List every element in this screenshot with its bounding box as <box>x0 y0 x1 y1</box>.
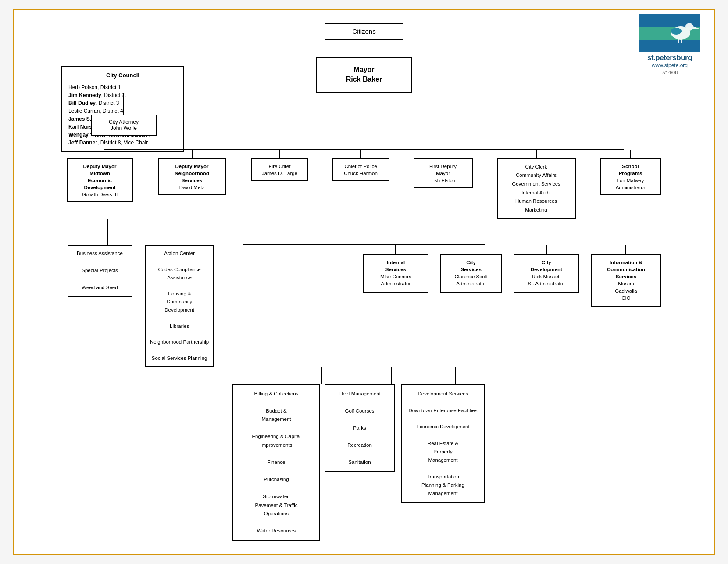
mayor-box: MayorRick Baker <box>316 57 412 93</box>
internal-services-box: InternalServicesMike ConnorsAdministrato… <box>363 254 428 292</box>
deputy-midtown-box: Deputy MayorMidtownEconomicDevelopmentGo… <box>67 158 133 202</box>
line-v-1 <box>364 40 364 57</box>
svg-point-6 <box>671 28 682 35</box>
col-info-comm: Information &CommunicationServicesMuslim… <box>590 245 662 307</box>
col-first-deputy: First DeputyMayorTish Elston <box>412 150 474 188</box>
line-v-cs <box>471 245 471 254</box>
police-chief-box: Chief of PoliceChuck Harmon <box>332 158 389 181</box>
col-is-detail: Billing & CollectionsBudget &ManagementE… <box>232 384 320 541</box>
top-connector-row <box>61 115 667 150</box>
line-dept-h <box>104 149 625 150</box>
col-admin-services: City ClerkCommunity AffairsGovernment Se… <box>496 150 577 219</box>
admin-services-box: City ClerkCommunity AffairsGovernment Se… <box>497 158 576 219</box>
line-v-fdm <box>443 150 443 158</box>
council-member-1: Herb Polson, District 1 <box>68 83 177 91</box>
line-v-admin <box>536 150 537 158</box>
line-mayor-down <box>364 93 364 115</box>
col-cs-detail: Fleet ManagementGolf CoursesParksRecreat… <box>325 384 397 472</box>
col-business-assist: Business AssistanceSpecial ProjectsWeed … <box>66 245 134 297</box>
col-school-programs: SchoolProgramsLori MatwayAdministrator <box>599 150 662 195</box>
row-citizens: Citizens <box>61 23 667 40</box>
line-v-dep2 <box>192 150 193 158</box>
line-dep2-sub <box>168 219 168 245</box>
col-deputy-neighborhood: Deputy MayorNeighborhoodServicesDavid Me… <box>156 150 228 195</box>
conn-citizens-mayor <box>61 40 667 57</box>
line-dep1-sub <box>107 219 108 245</box>
city-services-detail-box: Fleet ManagementGolf CoursesParksRecreat… <box>325 384 395 472</box>
col-police-chief: Chief of PoliceChuck Harmon <box>331 150 390 181</box>
line-council-v <box>123 93 124 115</box>
row-connectors-1 <box>61 93 667 115</box>
line-cs-down <box>391 367 392 384</box>
low-connector-row <box>61 367 667 384</box>
line-v-cd <box>546 245 547 254</box>
col-fire-chief: Fire ChiefJames D. Large <box>250 150 309 181</box>
row-sub-depts: Business AssistanceSpecial ProjectsWeed … <box>61 245 667 366</box>
row-detail-boxes: Billing & CollectionsBudget &ManagementE… <box>61 384 667 541</box>
deputy-neighborhood-box: Deputy MayorNeighborhoodServicesDavid Me… <box>158 158 226 195</box>
city-development-box: CityDevelopmentRick MussettSr. Administr… <box>514 254 579 292</box>
first-deputy-box: First DeputyMayorTish Elston <box>414 158 473 188</box>
line-sub-h <box>243 244 485 245</box>
business-assist-box: Business AssistanceSpecial ProjectsWeed … <box>68 245 132 297</box>
school-programs-box: SchoolProgramsLori MatwayAdministrator <box>600 158 661 195</box>
line-v-fire <box>279 150 280 158</box>
line-is-down <box>321 367 322 384</box>
line-v-school <box>630 150 631 158</box>
neighborhood-sub-box: Action CenterCodes Compliance Assistance… <box>145 245 214 366</box>
row-mayor: City Council Herb Polson, District 1 Jim… <box>61 57 667 93</box>
line-v-police <box>360 150 361 158</box>
line-main-v <box>364 115 364 150</box>
fire-chief-box: Fire ChiefJames D. Large <box>251 158 308 181</box>
svg-rect-8 <box>681 39 682 43</box>
row-dept-heads: Deputy MayorMidtownEconomicDevelopmentGo… <box>61 150 667 219</box>
mid-connector-row <box>61 219 667 245</box>
citizens-box: Citizens <box>325 23 403 40</box>
col-city-development: CityDevelopmentRick MussettSr. Administr… <box>512 245 580 292</box>
info-comm-box: Information &CommunicationServicesMuslim… <box>591 254 661 307</box>
col-neighborhood-sub: Action CenterCodes Compliance Assistance… <box>143 245 216 366</box>
col-deputy-midtown: Deputy MayorMidtownEconomicDevelopmentGo… <box>66 150 134 202</box>
col-city-services: CityServicesClarence ScottAdministrator <box>439 245 503 292</box>
mayor-label: MayorRick Baker <box>343 65 385 85</box>
line-council-h <box>123 93 364 93</box>
org-chart: Citizens City Council Herb Polson, Distr… <box>61 23 667 541</box>
line-v-ics <box>625 245 626 254</box>
city-council-title: City Council <box>68 71 177 80</box>
line-cd-down <box>455 367 456 384</box>
svg-rect-7 <box>678 39 679 43</box>
col-cd-detail: Development ServicesDowntown Enterprise … <box>401 384 487 503</box>
line-fdm-down <box>364 219 364 245</box>
internal-services-detail-box: Billing & CollectionsBudget &ManagementE… <box>232 384 320 541</box>
line-v-is <box>395 245 396 254</box>
col-internal-services: InternalServicesMike ConnorsAdministrato… <box>362 245 430 292</box>
page: st.petersburg www.stpete.org 7/14/08 Cit… <box>13 9 715 555</box>
citizens-label: Citizens <box>352 28 375 35</box>
city-services-box: CityServicesClarence ScottAdministrator <box>440 254 502 292</box>
city-development-detail-box: Development ServicesDowntown Enterprise … <box>401 384 485 503</box>
